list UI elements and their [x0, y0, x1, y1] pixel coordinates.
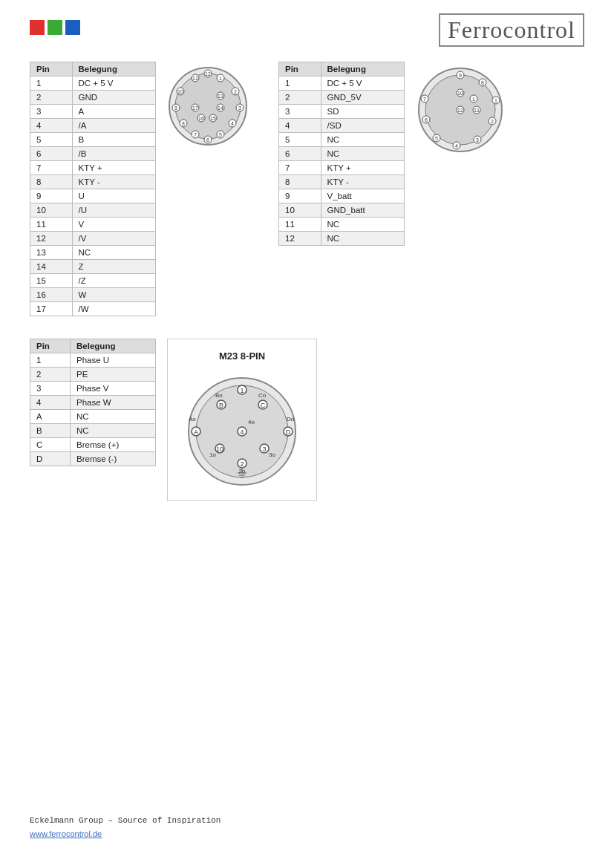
table3-header-pin: Pin [30, 339, 71, 353]
svg-rect-1 [48, 20, 62, 35]
table-row: 12NC [279, 232, 405, 246]
svg-text:Do: Do [287, 416, 295, 422]
connector1-area: 1 2 3 4 5 [167, 62, 249, 151]
svg-text:2: 2 [491, 119, 494, 124]
connector2-area: 9 8 1 2 3 [416, 62, 505, 158]
table-row: 13NC [30, 246, 156, 260]
svg-text:8: 8 [481, 80, 484, 85]
table3: Pin Belegung 1Phase U2PE3Phase V4Phase W… [30, 339, 156, 466]
table-row: 5B [30, 133, 156, 147]
table-row: 7KTY + [30, 161, 156, 175]
svg-text:Bo: Bo [215, 392, 223, 399]
svg-text:5: 5 [435, 136, 438, 141]
svg-text:6: 6 [425, 117, 428, 123]
svg-point-4 [175, 74, 241, 139]
m23-diagram-box: M23 8-PIN A Ao B Bo C [167, 339, 317, 501]
header: Ferrocontrol [0, 0, 614, 54]
svg-text:9: 9 [459, 73, 462, 78]
svg-rect-2 [65, 20, 80, 35]
svg-text:8: 8 [182, 121, 185, 126]
svg-text:1: 1 [219, 76, 222, 81]
bottom-section: Pin Belegung 1Phase U2PE3Phase V4Phase W… [30, 339, 584, 501]
svg-text:1: 1 [472, 97, 475, 102]
svg-text:13: 13 [218, 94, 223, 99]
svg-text:3: 3 [238, 105, 241, 111]
table-row: 5NC [279, 133, 405, 147]
table-row: 4/A [30, 119, 156, 133]
table-row: DBremse (-) [30, 452, 156, 466]
svg-text:2: 2 [240, 460, 244, 468]
svg-text:5: 5 [219, 132, 222, 137]
table-row: 7KTY + [279, 161, 405, 175]
table-row: 3Phase V [30, 382, 156, 396]
svg-text:A: A [194, 428, 198, 436]
table-row: 12/V [30, 232, 156, 246]
table-row: 11V [30, 218, 156, 232]
table-row: 8KTY - [279, 175, 405, 189]
footer-tagline: Eckelmann Group – Source of Inspiration [30, 816, 584, 825]
m23-svg: A Ao B Bo C Co D Do [183, 371, 301, 489]
table-row: 10/U [30, 203, 156, 218]
footer: Eckelmann Group – Source of Inspiration … [30, 816, 584, 838]
table-row: 4Phase W [30, 396, 156, 410]
table1-header-belegung: Belegung [72, 62, 155, 76]
svg-text:Ao: Ao [189, 416, 196, 422]
svg-text:15: 15 [210, 116, 216, 121]
svg-text:D: D [286, 428, 291, 436]
table-row: 14Z [30, 260, 156, 274]
svg-text:6: 6 [206, 137, 209, 143]
table-row: 1DC + 5 V [279, 76, 405, 91]
m23-title: M23 8-PIN [219, 350, 265, 362]
svg-text:10: 10 [457, 91, 463, 96]
svg-text:3: 3 [262, 446, 266, 453]
svg-text:4: 4 [231, 121, 234, 126]
svg-text:4: 4 [240, 428, 244, 436]
table-row: 9V_batt [279, 189, 405, 203]
svg-text:1o: 1o [209, 451, 216, 458]
table-row: CBremse (+) [30, 438, 156, 452]
svg-rect-0 [30, 20, 45, 35]
svg-text:11: 11 [192, 76, 198, 81]
table-row: 6NC [279, 147, 405, 161]
table-row: BNC [30, 424, 156, 438]
table-row: 11NC [279, 218, 405, 232]
table1-header-pin: Pin [30, 62, 73, 76]
table-row: ANC [30, 410, 156, 424]
svg-text:10: 10 [177, 89, 183, 94]
svg-text:7: 7 [194, 132, 197, 137]
table2-header-pin: Pin [279, 62, 321, 76]
table-row: 4/SD [279, 119, 405, 133]
svg-text:Co: Co [258, 392, 267, 399]
main-content: Pin Belegung 1DC + 5 V2GND3A4/A5B6/B7KTY… [0, 54, 614, 516]
table3-header-belegung: Belegung [71, 339, 156, 353]
table-row: 9U [30, 189, 156, 203]
svg-text:4o: 4o [248, 419, 255, 425]
table-row: 2PE [30, 368, 156, 382]
table-row: 15/Z [30, 274, 156, 288]
footer-url[interactable]: www.ferrocontrol.de [30, 829, 584, 838]
footer-link[interactable]: www.ferrocontrol.de [30, 829, 102, 838]
svg-text:12: 12 [457, 108, 463, 113]
table-row: 3SD [279, 105, 405, 119]
table-row: 16W [30, 288, 156, 302]
svg-text:10: 10 [216, 446, 223, 453]
logo-icon [30, 20, 80, 41]
table3-pair: Pin Belegung 1Phase U2PE3Phase V4Phase W… [30, 339, 317, 501]
table-row: 3A [30, 105, 156, 119]
table1-pair: Pin Belegung 1DC + 5 V2GND3A4/A5B6/B7KTY… [30, 62, 249, 316]
table-row: 8KTY - [30, 175, 156, 189]
svg-text:16: 16 [198, 116, 204, 121]
top-section: Pin Belegung 1DC + 5 V2GND3A4/A5B6/B7KTY… [30, 62, 584, 316]
table-row: 2GND_5V [279, 91, 405, 105]
table2-header-belegung: Belegung [321, 62, 404, 76]
svg-text:1: 1 [494, 98, 497, 103]
table1: Pin Belegung 1DC + 5 V2GND3A4/A5B6/B7KTY… [30, 62, 156, 316]
svg-text:14: 14 [218, 105, 223, 111]
table-row: 6/B [30, 147, 156, 161]
svg-text:12: 12 [205, 71, 211, 76]
svg-text:3o: 3o [269, 451, 275, 458]
table-row: 1Phase U [30, 353, 156, 368]
svg-text:3: 3 [476, 137, 479, 143]
svg-text:2: 2 [234, 89, 237, 94]
svg-text:11: 11 [474, 108, 480, 113]
